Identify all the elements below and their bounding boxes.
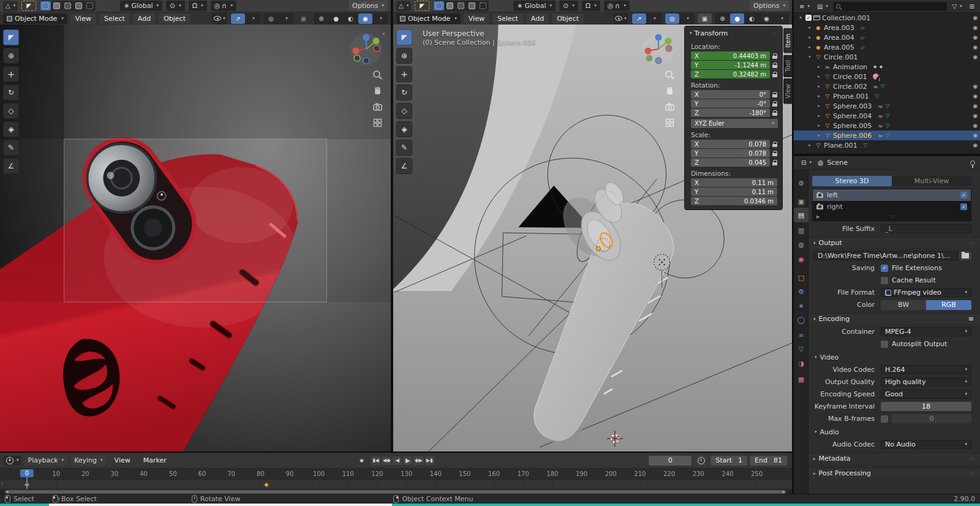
view-row-right[interactable]: right✓	[813, 201, 971, 213]
editor-type-button[interactable]: ≡▾	[797, 1, 812, 11]
camera-view-icon[interactable]	[665, 102, 675, 112]
display-mode-dropdown[interactable]: ▤▾	[815, 1, 831, 11]
object-name[interactable]: Plane.001	[824, 142, 858, 149]
properties-tab-world[interactable]: ◉	[794, 252, 809, 266]
orientation-dropdown[interactable]: ∗Global▾	[120, 1, 162, 11]
encoding-speed-dropdown[interactable]: Good▾	[881, 390, 971, 399]
measure-tool[interactable]: ∠	[3, 158, 19, 174]
lock-icon[interactable]	[772, 62, 778, 68]
properties-tab-view-layer[interactable]: ▥	[794, 223, 809, 238]
properties-tab-render[interactable]: ▣	[794, 194, 809, 209]
view-menu[interactable]: View	[110, 455, 135, 466]
playhead[interactable]	[26, 475, 28, 489]
container-dropdown[interactable]: MPEG-4▾	[881, 327, 971, 336]
axis-z-ball[interactable]	[363, 34, 370, 41]
outliner-row[interactable]: ▾▽Circle.001◉	[794, 52, 980, 62]
editor-type-button[interactable]: ▾	[4, 456, 21, 466]
gizmo-dropdown[interactable]: ▾	[246, 13, 260, 24]
expander-icon[interactable]: ▸	[807, 45, 813, 50]
properties-tab-constraints[interactable]: ∞	[794, 328, 809, 342]
video-subpanel-header[interactable]: ▾Video	[809, 352, 980, 362]
dimensions-x-field[interactable]: X0.11 m	[691, 178, 777, 187]
current-frame-field[interactable]: 0	[649, 456, 692, 466]
lock-icon[interactable]	[772, 110, 778, 116]
proportional-edit-toggle[interactable]: ◎∩▾	[604, 1, 630, 11]
playback-menu[interactable]: Playback▾	[24, 455, 68, 466]
visibility-dropdown[interactable]: ▾	[614, 13, 628, 24]
color-rgb-button[interactable]: RGB	[926, 300, 971, 310]
visibility-eye-icon[interactable]: ◉	[973, 15, 978, 21]
overlays-toggle[interactable]: ◎	[264, 13, 278, 24]
object-name[interactable]: Sphere.006	[833, 132, 872, 140]
move-tool[interactable]: +	[3, 66, 19, 82]
view-enabled-checkbox[interactable]: ✓	[960, 203, 967, 210]
select-mode-invert[interactable]	[74, 1, 84, 10]
mode-dropdown[interactable]: Object Mode▾	[396, 13, 461, 24]
shading-material-button[interactable]: ◐	[344, 13, 358, 24]
scale-tool[interactable]: ◇	[3, 103, 19, 119]
options-button[interactable]: Options▾	[750, 1, 789, 11]
outliner-row[interactable]: ▸▽Circle.002≈▽◉	[794, 81, 980, 91]
shading-solid-button[interactable]: ●	[329, 13, 343, 24]
properties-tab-particles[interactable]: ∗	[794, 298, 809, 313]
gizmo-toggle[interactable]: ↗	[231, 13, 245, 24]
filter-dropdown[interactable]: ▽▾	[949, 1, 964, 11]
properties-tab-output[interactable]: ▤	[794, 208, 809, 222]
new-collection-button[interactable]: ⊞	[967, 1, 977, 11]
properties-tab-physics[interactable]: ◯	[794, 312, 809, 327]
mode-dropdown[interactable]: Object Mode▾	[3, 13, 67, 24]
object-name[interactable]: Animation	[833, 63, 867, 71]
outliner-row[interactable]: ▸▽Plane.001▽◉	[794, 140, 980, 150]
visibility-eye-icon[interactable]: ◉	[973, 103, 978, 109]
tab-view[interactable]: View	[783, 78, 793, 104]
lock-icon[interactable]	[772, 160, 778, 165]
menu-view[interactable]: View	[464, 13, 489, 24]
jump-to-start-button[interactable]: ▮◀	[371, 456, 380, 465]
object-name[interactable]: Sphere.004	[833, 112, 872, 120]
properties-tab-texture[interactable]: ▦	[794, 372, 809, 387]
keyframe-diamond[interactable]	[263, 481, 270, 488]
collection-checkbox[interactable]: ✓	[805, 15, 812, 21]
lock-icon[interactable]	[772, 92, 778, 97]
expander-icon[interactable]: ▾	[807, 55, 813, 59]
shading-dropdown[interactable]: ▾	[774, 13, 788, 24]
audio-codec-dropdown[interactable]: No Audio▾	[881, 440, 971, 449]
visibility-eye-icon[interactable]: ◉	[973, 25, 978, 31]
visibility-eye-icon[interactable]: ◉	[973, 123, 978, 129]
visibility-eye-icon[interactable]: ◉	[973, 83, 978, 89]
object-name[interactable]: Circle.002	[833, 83, 867, 91]
outliner-search-input[interactable]	[833, 2, 948, 11]
object-name[interactable]: Circle.001	[824, 53, 858, 61]
select-mode-subtract[interactable]	[62, 1, 73, 10]
visibility-eye-icon[interactable]: ◉	[973, 44, 978, 50]
lock-icon[interactable]	[772, 101, 778, 107]
playhead-frame-badge[interactable]: 0	[20, 469, 34, 477]
output-panel-header[interactable]: ▾Output∷	[809, 237, 980, 248]
menu-select[interactable]: Select	[492, 13, 523, 24]
object-name[interactable]: Area.004	[824, 34, 854, 42]
menu-object[interactable]: Object	[159, 13, 190, 24]
xray-toggle[interactable]: ▣	[698, 13, 712, 24]
pin-icon[interactable]	[970, 160, 975, 165]
tab-multi-view[interactable]: Multi-View	[892, 176, 971, 186]
navigation-gizmo[interactable]	[349, 32, 383, 66]
scale-x-field[interactable]: X0.078	[691, 140, 770, 148]
list-expand-arrow[interactable]: ▸	[816, 213, 820, 221]
keying-menu[interactable]: Keying▾	[70, 455, 106, 466]
shading-solid-button[interactable]: ●	[730, 13, 744, 24]
max-bframes-checkbox[interactable]	[881, 415, 888, 423]
play-reverse-button[interactable]: ◀	[393, 456, 402, 465]
shading-rendered-button[interactable]: ◉	[760, 13, 774, 24]
properties-tab-object-data[interactable]: ▽	[794, 341, 809, 356]
outliner-row[interactable]: ▸▽Phone.001▽◉	[794, 91, 980, 101]
overlays-toggle[interactable]: ◎	[665, 13, 679, 24]
rotate-tool[interactable]: ↻	[3, 85, 19, 100]
select-mode-extend[interactable]	[51, 1, 62, 10]
view-enabled-checkbox[interactable]: ✓	[960, 192, 967, 198]
properties-tab-object[interactable]: □	[794, 270, 809, 285]
editor-type-button[interactable]: △▾	[396, 1, 411, 11]
navigation-gizmo[interactable]	[641, 32, 676, 66]
object-name[interactable]: Area.005	[824, 43, 854, 51]
output-path-field[interactable]: D:\Work\Free Time\Artw...ne\phone 1\vide…	[813, 251, 958, 260]
visibility-eye-icon[interactable]: ◉	[973, 132, 978, 138]
